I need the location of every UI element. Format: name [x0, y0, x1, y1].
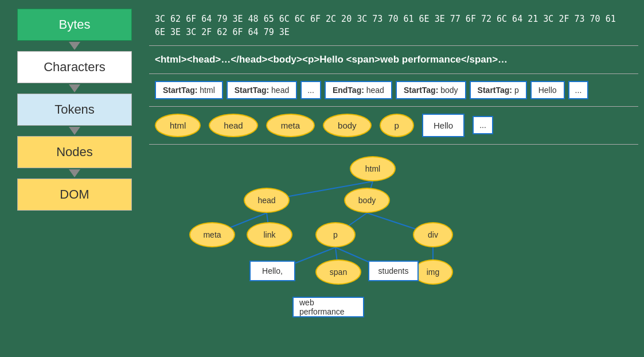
- nodes-section: html head meta body p Hello ...: [149, 107, 638, 145]
- dom-box: DOM: [17, 178, 132, 211]
- node-meta: meta: [266, 114, 315, 137]
- dom-link: link: [247, 222, 292, 247]
- token-startag-body: StartTag: body: [396, 81, 466, 99]
- token-endtag-head: EndTag: head: [325, 81, 392, 99]
- arrow-chars-tokens: [69, 84, 80, 92]
- arrow-nodes-dom: [69, 169, 80, 177]
- characters-box: Characters: [17, 51, 132, 83]
- node-ellipsis: ...: [473, 116, 493, 134]
- dom-span: span: [315, 259, 361, 285]
- bytes-box: Bytes: [17, 9, 132, 41]
- dom-students-box: students: [368, 261, 419, 281]
- token-startag-head: StartTag: head: [227, 81, 297, 99]
- characters-section: <html><head>…</head><body><p>Hello <span…: [149, 46, 638, 74]
- tokens-box: Tokens: [17, 94, 132, 126]
- chars-end: </span>…: [461, 54, 508, 65]
- node-head: head: [209, 114, 257, 137]
- node-p: p: [380, 114, 414, 137]
- nodes-row: html head meta body p Hello ...: [155, 114, 633, 137]
- node-html: html: [155, 114, 201, 137]
- node-hello-text: Hello: [422, 114, 465, 137]
- dom-div: div: [413, 222, 453, 247]
- content-column: 3C 62 6F 64 79 3E 48 65 6C 6C 6F 2C 20 3…: [149, 6, 638, 351]
- dom-section: html head body meta link p div img span …: [149, 145, 638, 351]
- dom-head: head: [244, 188, 290, 213]
- tokens-row: StartTag: html StartTag: head ... EndTag…: [155, 81, 633, 99]
- token-startag-html: StartTag: html: [155, 81, 223, 99]
- arrow-tokens-nodes: [69, 127, 80, 135]
- dom-label: DOM: [60, 187, 89, 201]
- node-body: body: [323, 114, 372, 137]
- dom-p: p: [315, 222, 356, 247]
- token-ellipsis-1: ...: [300, 81, 321, 99]
- dom-html: html: [350, 156, 396, 181]
- bytes-label: Bytes: [58, 17, 90, 32]
- dom-meta: meta: [189, 222, 235, 247]
- characters-label: Characters: [44, 60, 106, 74]
- token-startag-p: StartTag: p: [470, 81, 527, 99]
- pipeline-column: Bytes Characters Tokens Nodes DOM: [6, 6, 143, 351]
- dom-body: body: [344, 188, 390, 213]
- arrow-bytes-chars: [69, 42, 80, 50]
- chars-text: <html><head>…</head><body><p>Hello <span…: [155, 53, 633, 67]
- tokens-section: StartTag: html StartTag: head ... EndTag…: [149, 74, 638, 107]
- nodes-label: Nodes: [56, 145, 93, 159]
- bytes-section: 3C 62 6F 64 79 3E 48 65 6C 6C 6F 2C 20 3…: [149, 6, 638, 46]
- chars-web-perf: web performance: [380, 54, 461, 65]
- chars-html-tag: <html><head>…</head><body><p>Hello <span…: [155, 54, 380, 65]
- token-ellipsis-2: ...: [568, 81, 589, 99]
- token-hello: Hello: [530, 81, 565, 99]
- dom-img: img: [413, 259, 453, 285]
- dom-tree: html head body meta link p div img span …: [155, 150, 633, 300]
- nodes-box: Nodes: [17, 136, 132, 168]
- bytes-text: 3C 62 6F 64 79 3E 48 65 6C 6C 6F 2C 20 3…: [155, 13, 633, 38]
- tokens-label: Tokens: [54, 102, 95, 117]
- dom-web-performance-box: web performance: [292, 297, 364, 317]
- dom-hello-box: Hello,: [249, 261, 295, 281]
